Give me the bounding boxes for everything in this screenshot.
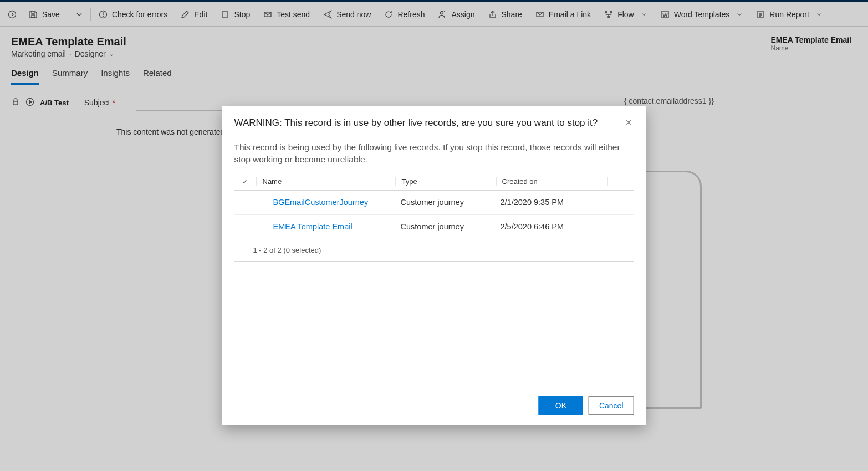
cancel-button[interactable]: Cancel bbox=[589, 396, 634, 415]
dialog-title: WARNING: This record is in use by other … bbox=[234, 117, 598, 129]
table-row[interactable]: EMEA Template Email Customer journey 2/5… bbox=[234, 215, 634, 239]
column-created[interactable]: Created on bbox=[497, 177, 607, 186]
close-icon bbox=[625, 119, 633, 126]
records-grid: ✓ Name Type Created on BGEmailCustomerJo… bbox=[234, 173, 634, 262]
column-select[interactable]: ✓ bbox=[234, 177, 257, 186]
record-created: 2/1/2020 9:35 PM bbox=[495, 198, 606, 207]
ok-button[interactable]: OK bbox=[539, 396, 583, 415]
close-button[interactable] bbox=[624, 117, 634, 129]
dialog-description: This record is being used by the followi… bbox=[234, 141, 634, 166]
grid-footer: 1 - 2 of 2 (0 selected) bbox=[234, 239, 634, 262]
record-type: Customer journey bbox=[395, 222, 495, 231]
record-created: 2/5/2020 6:46 PM bbox=[495, 222, 606, 231]
warning-dialog: WARNING: This record is in use by other … bbox=[222, 106, 646, 425]
column-name[interactable]: Name bbox=[257, 177, 396, 186]
record-link[interactable]: EMEA Template Email bbox=[257, 222, 395, 231]
table-row[interactable]: BGEmailCustomerJourney Customer journey … bbox=[234, 191, 634, 215]
record-link[interactable]: BGEmailCustomerJourney bbox=[257, 198, 395, 207]
column-type[interactable]: Type bbox=[396, 177, 496, 186]
record-type: Customer journey bbox=[395, 198, 495, 207]
